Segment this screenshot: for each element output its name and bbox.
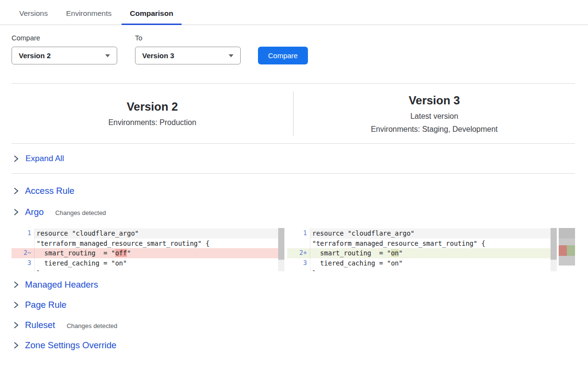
diff-minimap[interactable] — [559, 228, 575, 265]
line-number: 1 — [12, 228, 35, 239]
section-list: Managed Headers Page Rule Ruleset Change… — [0, 275, 588, 355]
scrollbar-thumb[interactable] — [278, 228, 284, 260]
section-page-rule[interactable]: Page Rule — [0, 295, 588, 315]
compare-from-field: Compare Version 2 — [12, 34, 117, 64]
section-zone-settings-override[interactable]: Zone Settings Override — [0, 335, 588, 355]
section-argo[interactable]: Argo Changes detected — [0, 202, 588, 223]
tab-environments[interactable]: Environments — [58, 8, 120, 25]
line-number: 2− — [12, 248, 35, 258]
diff-panel-left: 1resource "cloudflare_argo""terraform_ma… — [12, 228, 284, 271]
section-label: Access Rule — [25, 186, 74, 196]
chevron-right-icon — [13, 187, 19, 195]
changed-word: on — [391, 249, 399, 257]
line-number: 3 — [12, 258, 35, 268]
chevron-down-icon — [229, 54, 233, 57]
line-number — [287, 268, 310, 271]
diff-panel-right: 1resource "cloudflare_argo""terraform_ma… — [287, 228, 557, 271]
compare-form: Compare Version 2 To Version 3 Compare — [0, 34, 588, 64]
line-number: 3 — [287, 258, 310, 268]
line-number: 2+ — [287, 248, 310, 258]
tab-comparison[interactable]: Comparison — [122, 8, 181, 25]
section-managed-headers[interactable]: Managed Headers — [0, 275, 588, 295]
chevron-right-icon — [13, 301, 19, 309]
version-header-right: Version 3 Latest version Environments: S… — [294, 84, 575, 143]
diff-line: "terraform_managed_resource_smart_routin… — [287, 239, 551, 249]
left-version-environments: Environments: Production — [108, 118, 196, 127]
compare-label: Compare — [12, 34, 117, 42]
right-version-environments: Environments: Staging, Development — [371, 125, 498, 134]
expand-all-label: Expand All — [25, 154, 64, 164]
line-number — [287, 239, 310, 249]
compare-to-value: Version 3 — [142, 51, 225, 60]
minimap-removed-marker — [559, 245, 567, 256]
minimap-added-marker — [567, 245, 575, 256]
code-text: resource "cloudflare_argo" — [35, 228, 278, 239]
chevron-right-icon — [13, 208, 19, 216]
minimap-change-marker — [559, 245, 575, 256]
diff-line: 1resource "cloudflare_argo" — [287, 228, 551, 239]
code-text: "terraform_managed_resource_smart_routin… — [35, 239, 278, 249]
line-number: 1 — [287, 228, 310, 239]
scrollbar-left[interactable] — [278, 228, 284, 271]
code-text: } — [35, 268, 278, 271]
diff-code-right: 1resource "cloudflare_argo""terraform_ma… — [287, 228, 551, 271]
chevron-right-icon — [13, 341, 19, 349]
section-ruleset[interactable]: Ruleset Changes detected — [0, 315, 588, 335]
version-header-left: Version 2 Environments: Production — [12, 84, 293, 143]
diff-line: "terraform_managed_resource_smart_routin… — [12, 239, 278, 249]
chevron-right-icon — [13, 321, 19, 329]
right-version-latest: Latest version — [410, 112, 458, 121]
diff-line: 2− smart_routing = "off" — [12, 248, 278, 258]
right-version-title: Version 3 — [409, 94, 460, 107]
changes-detected-badge: Changes detected — [55, 208, 106, 216]
diff-line: } — [12, 268, 278, 271]
minimap-viewport — [559, 228, 575, 239]
argo-diff-view: 1resource "cloudflare_argo""terraform_ma… — [12, 228, 575, 271]
compare-from-dropdown[interactable]: Version 2 — [12, 47, 117, 64]
chevron-down-icon — [105, 54, 110, 57]
code-text: smart_routing = "off" — [35, 248, 278, 258]
compare-from-value: Version 2 — [19, 51, 101, 60]
chevron-right-icon — [13, 155, 19, 163]
code-text: smart_routing = "on" — [310, 248, 551, 258]
tab-versions[interactable]: Versions — [11, 8, 56, 25]
code-text: tiered_caching = "on" — [310, 258, 551, 268]
code-text: tiered_caching = "on" — [35, 258, 278, 268]
section-label: Managed Headers — [25, 279, 98, 290]
section-label: Page Rule — [25, 300, 66, 310]
section-label: Ruleset — [25, 320, 55, 330]
diff-line: 1resource "cloudflare_argo" — [12, 228, 278, 239]
diff-line: 3 tiered_caching = "on" — [12, 258, 278, 268]
code-text: "terraform_managed_resource_smart_routin… — [310, 239, 551, 249]
diff-line: 3 tiered_caching = "on" — [287, 258, 551, 268]
changed-word: off — [115, 249, 127, 257]
code-text: resource "cloudflare_argo" — [310, 228, 551, 239]
section-label: Argo — [25, 207, 44, 217]
section-label: Zone Settings Override — [25, 340, 116, 351]
code-text: } — [310, 268, 551, 271]
compare-to-dropdown[interactable]: Version 3 — [135, 47, 241, 64]
tab-bar: Versions Environments Comparison — [0, 0, 588, 25]
diff-line: 2+ smart_routing = "on" — [287, 248, 551, 258]
section-list: Access Rule Argo Changes detected — [0, 180, 588, 223]
changes-detected-badge: Changes detected — [67, 321, 118, 329]
diff-line: } — [287, 268, 551, 271]
line-number — [12, 268, 35, 271]
diff-code-left: 1resource "cloudflare_argo""terraform_ma… — [12, 228, 278, 271]
version-headers: Version 2 Environments: Production Versi… — [12, 84, 575, 144]
compare-to-field: To Version 3 — [135, 34, 241, 64]
compare-button[interactable]: Compare — [258, 47, 308, 64]
scrollbar-right[interactable] — [551, 228, 557, 271]
section-access-rule[interactable]: Access Rule — [0, 180, 588, 202]
scrollbar-thumb[interactable] — [551, 228, 557, 260]
line-number — [12, 239, 35, 249]
to-label: To — [135, 34, 241, 42]
chevron-right-icon — [13, 281, 19, 289]
left-version-title: Version 2 — [127, 100, 178, 114]
expand-all-toggle[interactable]: Expand All — [12, 144, 575, 174]
